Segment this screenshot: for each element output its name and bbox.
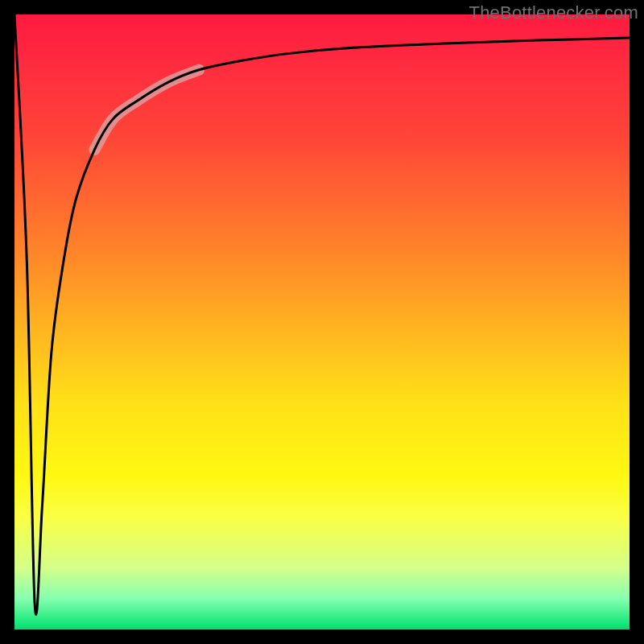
highlight-segment xyxy=(94,70,199,150)
plot-area xyxy=(14,14,630,630)
chart-canvas: TheBottlenecker.com xyxy=(0,0,644,644)
watermark-text: TheBottlenecker.com xyxy=(469,2,638,23)
curve-svg xyxy=(14,14,630,630)
bottleneck-curve xyxy=(14,14,630,615)
